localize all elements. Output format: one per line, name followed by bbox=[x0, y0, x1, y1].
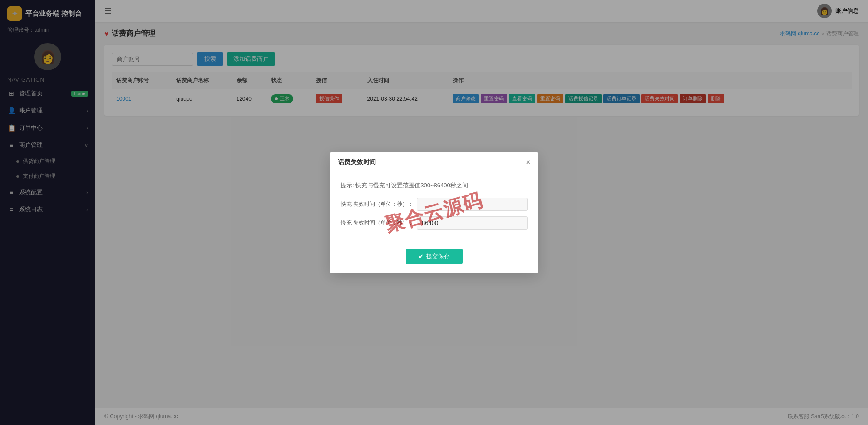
modal-close-button[interactable]: × bbox=[526, 159, 530, 166]
slow-expire-field: 慢充 失效时间（单位：秒）： bbox=[340, 216, 528, 230]
submit-label: 提交保存 bbox=[426, 252, 450, 260]
modal-header: 话费失效时间 × bbox=[330, 152, 538, 173]
expire-modal: 聚合云源码 话费失效时间 × 提示: 快充与慢充可设置范围值300~86400秒… bbox=[330, 152, 538, 273]
modal-footer: ✔ 提交保存 bbox=[330, 244, 538, 273]
submit-button[interactable]: ✔ 提交保存 bbox=[406, 249, 463, 264]
slow-expire-input[interactable] bbox=[417, 216, 528, 230]
submit-check-icon: ✔ bbox=[419, 253, 424, 260]
fast-expire-label: 快充 失效时间（单位：秒）： bbox=[340, 200, 413, 208]
fast-expire-field: 快充 失效时间（单位：秒）： bbox=[340, 198, 528, 211]
fast-expire-input[interactable] bbox=[417, 198, 528, 211]
modal-overlay: 聚合云源码 话费失效时间 × 提示: 快充与慢充可设置范围值300~86400秒… bbox=[0, 0, 868, 425]
modal-body: 提示: 快充与慢充可设置范围值300~86400秒之间 快充 失效时间（单位：秒… bbox=[330, 173, 538, 244]
modal-tip: 提示: 快充与慢充可设置范围值300~86400秒之间 bbox=[340, 181, 528, 190]
modal-title: 话费失效时间 bbox=[338, 158, 376, 166]
slow-expire-label: 慢充 失效时间（单位：秒）： bbox=[340, 219, 413, 227]
